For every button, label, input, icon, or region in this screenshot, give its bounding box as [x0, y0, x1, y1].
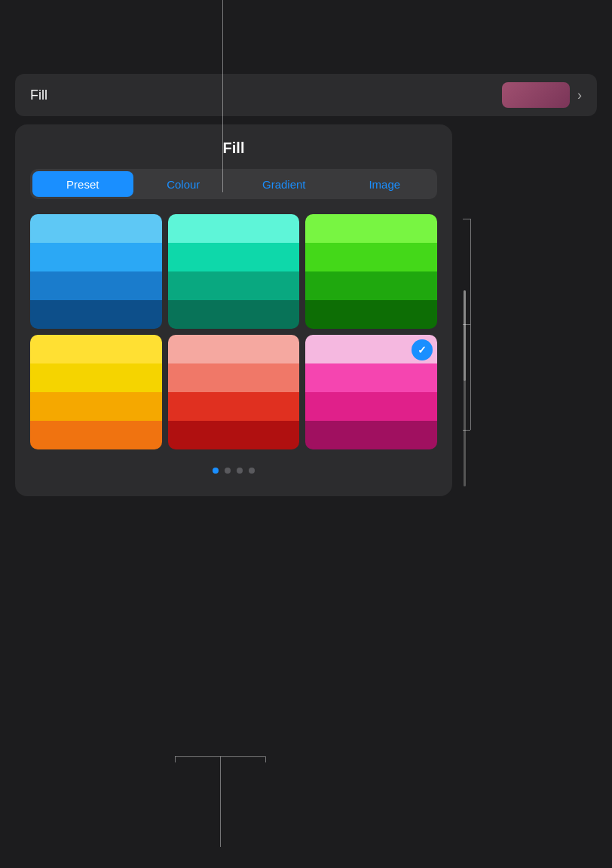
- swatch-row: [305, 421, 437, 449]
- annotation-dots-line-down: [220, 756, 221, 847]
- color-swatch-grid: ✓: [30, 214, 437, 449]
- tab-image[interactable]: Image: [335, 171, 436, 197]
- swatch-group-teal[interactable]: [168, 214, 300, 329]
- swatch-row: [30, 300, 162, 329]
- top-bar-right: ›: [502, 82, 582, 108]
- annotation-bracket-bot-h: [463, 430, 470, 431]
- annotation-bracket-right: [470, 219, 471, 430]
- swatch-group-green[interactable]: [305, 214, 437, 329]
- page-dot-1[interactable]: [213, 468, 219, 474]
- tab-colour[interactable]: Colour: [133, 171, 234, 197]
- fill-top-bar-label: Fill: [30, 87, 47, 103]
- swatch-row: [168, 300, 300, 329]
- swatch-row: [305, 300, 437, 329]
- swatch-group-pink[interactable]: ✓: [305, 335, 437, 449]
- annotation-dots-bracket-right: [265, 756, 266, 762]
- swatch-row: [30, 363, 162, 392]
- selected-check-badge: ✓: [412, 339, 433, 360]
- swatch-row: [30, 214, 162, 243]
- annotation-line-v: [222, 0, 223, 192]
- page-dot-3[interactable]: [237, 468, 243, 474]
- fill-top-bar: Fill ›: [15, 74, 597, 116]
- swatch-row: [168, 392, 300, 421]
- swatch-row: [168, 243, 300, 271]
- color-preview-swatch[interactable]: [502, 82, 570, 108]
- page-dots: [30, 468, 437, 474]
- tab-bar: Preset Colour Gradient Image: [30, 169, 437, 199]
- swatch-group-blue[interactable]: [30, 214, 162, 329]
- tab-gradient[interactable]: Gradient: [234, 171, 335, 197]
- page-dot-4[interactable]: [249, 468, 255, 474]
- swatch-row: [305, 363, 437, 392]
- swatch-row: [30, 392, 162, 421]
- annotation-bracket-top-h: [463, 219, 470, 219]
- swatch-row: [305, 214, 437, 243]
- swatch-row: [168, 421, 300, 449]
- swatch-row: [30, 243, 162, 271]
- panel-title: Fill: [30, 140, 437, 157]
- annotation-dots-bracket-left: [175, 756, 176, 762]
- page-dot-2[interactable]: [225, 468, 231, 474]
- scroll-indicator[interactable]: [464, 290, 466, 486]
- swatch-row: [168, 214, 300, 243]
- scroll-thumb[interactable]: [464, 290, 466, 381]
- swatch-row: [30, 335, 162, 363]
- swatch-row: [30, 271, 162, 300]
- swatch-row: [305, 243, 437, 271]
- swatch-row: [168, 271, 300, 300]
- swatch-row: [305, 271, 437, 300]
- tab-preset[interactable]: Preset: [32, 171, 133, 197]
- swatch-row: [168, 335, 300, 363]
- swatch-row: [30, 421, 162, 449]
- chevron-right-icon[interactable]: ›: [577, 87, 582, 103]
- annotation-bracket-mid-h: [463, 324, 470, 325]
- swatch-row: [168, 363, 300, 392]
- fill-panel: Fill Preset Colour Gradient Image: [15, 124, 452, 496]
- swatch-row: [305, 392, 437, 421]
- swatch-group-yellow[interactable]: [30, 335, 162, 449]
- swatch-group-salmon[interactable]: [168, 335, 300, 449]
